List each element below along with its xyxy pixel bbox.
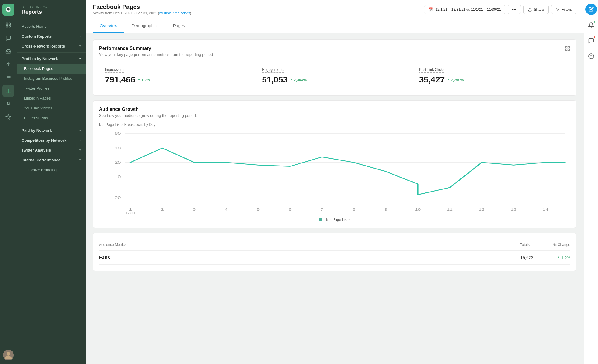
card-header: Performance Summary View your key page p… <box>99 46 570 57</box>
svg-rect-1 <box>9 23 11 25</box>
nav-icon-messages[interactable] <box>2 32 14 44</box>
svg-marker-20 <box>556 8 559 11</box>
page-subtitle: Activity from Dec 1, 2021 - Dec 31, 2021… <box>93 11 191 15</box>
filter-icon <box>556 7 560 12</box>
metric-label-post-link-clicks[interactable]: Post Link Clicks <box>419 68 445 73</box>
svg-text:14: 14 <box>543 208 548 212</box>
svg-text:5: 5 <box>257 208 260 212</box>
table-col-metric: Audience Metrics <box>99 243 126 247</box>
metric-label-engagements[interactable]: Engagements <box>262 68 284 73</box>
svg-text:2: 2 <box>161 208 164 212</box>
grid-view-icon[interactable] <box>565 46 570 52</box>
filters-button[interactable]: Filters <box>551 5 576 14</box>
help-button[interactable] <box>586 51 597 62</box>
table-row-fans: Fans 15,623 1.2% <box>99 251 570 265</box>
main-content: Facebook Pages Activity from Dec 1, 2021… <box>86 0 584 364</box>
feedback-badge <box>593 36 596 39</box>
help-icon <box>588 53 594 59</box>
svg-text:12: 12 <box>479 208 484 212</box>
sidebar-item-profiles-by-network[interactable]: Profiles by Network ▾ <box>17 54 86 64</box>
nav-icon-tasks[interactable] <box>2 72 14 84</box>
audience-growth-card: Audience Growth See how your audience gr… <box>93 100 576 228</box>
sidebar-header: Sprout Coffee Co. Reports <box>17 0 86 20</box>
metric-value-post-link-clicks: 35,427 2,750% <box>419 75 564 85</box>
row-label-fans: Fans <box>99 255 110 260</box>
page-header: Facebook Pages Activity from Dec 1, 2021… <box>86 0 584 19</box>
svg-text:40: 40 <box>115 146 121 150</box>
card-title: Performance Summary <box>99 46 213 51</box>
audience-growth-title-block: Audience Growth See how your audience gr… <box>99 107 197 118</box>
row-change-fans: 1.2% <box>557 256 570 260</box>
nav-icon-reviews[interactable] <box>2 111 14 123</box>
sidebar-item-pinterest-pins[interactable]: Pinterest Pins <box>17 113 86 123</box>
date-range-button[interactable]: 📅 12/1/21 – 12/31/21 vs 11/1/21 – 11/30/… <box>424 5 505 14</box>
metric-post-link-clicks: Post Link Clicks 35,427 2,750% <box>413 62 570 89</box>
sidebar-title: Reports <box>22 9 81 15</box>
notifications-button[interactable] <box>586 20 597 30</box>
sidebar-item-linkedin-pages[interactable]: LinkedIn Pages <box>17 93 86 103</box>
sidebar-item-twitter-profiles[interactable]: Twitter Profiles <box>17 83 86 93</box>
feedback-button[interactable] <box>586 35 597 46</box>
svg-text:4: 4 <box>225 208 228 212</box>
brand-icon[interactable] <box>2 4 14 16</box>
chart-svg: 60 40 20 0 -20 1 Dec 2 3 4 5 6 7 8 <box>99 130 570 214</box>
tab-bar: Overview Demographics Pages <box>86 19 584 33</box>
chat-icon <box>588 38 594 44</box>
nav-icon-analytics[interactable] <box>2 85 14 97</box>
sidebar-divider <box>17 52 86 53</box>
svg-rect-0 <box>6 23 8 25</box>
svg-rect-21 <box>565 46 567 48</box>
sidebar-item-facebook-pages[interactable]: Facebook Pages <box>17 64 86 74</box>
icon-rail <box>0 0 17 364</box>
nav-icon-publish[interactable] <box>2 59 14 71</box>
nav-icon-inbox[interactable] <box>2 45 14 57</box>
metric-engagements: Engagements 51,053 2,364% <box>256 62 413 89</box>
audience-growth-title: Audience Growth <box>99 107 197 112</box>
table-col-totals: Totals <box>520 243 530 247</box>
table-header: Audience Metrics Totals % Change <box>99 239 570 251</box>
tab-pages[interactable]: Pages <box>166 19 192 33</box>
share-button[interactable]: Share <box>523 5 549 14</box>
metric-value-engagements: 51,053 2,364% <box>262 75 407 85</box>
chevron-down-icon: ▾ <box>79 45 81 48</box>
tab-demographics[interactable]: Demographics <box>124 19 166 33</box>
nav-icon-automation[interactable] <box>2 98 14 110</box>
compose-button[interactable] <box>585 4 597 15</box>
header-left: Facebook Pages Activity from Dec 1, 2021… <box>93 4 191 15</box>
sidebar-item-cross-network-reports[interactable]: Cross-Network Reports ▾ <box>17 41 86 51</box>
sidebar-item-youtube-videos[interactable]: YouTube Videos <box>17 103 86 113</box>
more-options-button[interactable]: ••• <box>508 5 521 14</box>
sidebar-divider <box>17 124 86 124</box>
card-subtitle: View your key page performance metrics f… <box>99 52 213 57</box>
user-avatar[interactable] <box>3 350 14 360</box>
sidebar-item-twitter-analysis[interactable]: Twitter Analysis ▾ <box>17 145 86 155</box>
metric-change-engagements: 2,364% <box>290 78 307 82</box>
bell-icon <box>588 22 594 28</box>
sidebar-item-customize-branding[interactable]: Customize Branding <box>17 165 86 175</box>
sidebar-item-reports-home[interactable]: Reports Home <box>17 22 86 31</box>
svg-text:7: 7 <box>321 208 324 212</box>
metrics-grid: Impressions 791,466 1.2% Engagements 51,… <box>99 62 570 89</box>
table-col-right: Totals % Change <box>520 243 570 247</box>
svg-text:11: 11 <box>447 208 453 212</box>
right-rail <box>584 0 598 364</box>
tab-overview[interactable]: Overview <box>93 19 124 33</box>
sidebar-item-internal-performance[interactable]: Internal Performance ▾ <box>17 155 86 165</box>
sidebar-item-instagram-business-profiles[interactable]: Instagram Business Profiles <box>17 74 86 83</box>
metric-label-impressions[interactable]: Impressions <box>105 68 124 73</box>
sidebar-item-competitors-by-network[interactable]: Competitors by Network ▾ <box>17 135 86 145</box>
svg-point-18 <box>7 352 10 356</box>
sidebar-item-paid-by-network[interactable]: Paid by Network ▾ <box>17 126 86 135</box>
calendar-icon: 📅 <box>428 7 433 12</box>
svg-rect-3 <box>9 26 11 27</box>
metric-change-post-link-clicks: 2,750% <box>447 78 464 82</box>
nav-icon-compose[interactable] <box>2 19 14 31</box>
sidebar-item-custom-reports[interactable]: Custom Reports ▾ <box>17 31 86 41</box>
svg-rect-24 <box>568 49 570 51</box>
svg-rect-22 <box>568 46 570 48</box>
chevron-down-icon: ▾ <box>79 158 81 162</box>
timezone-link[interactable]: multiple time zones <box>159 11 190 15</box>
chevron-down-icon: ▾ <box>79 57 81 60</box>
date-range-text: 12/1/21 – 12/31/21 vs 11/1/21 – 11/30/21 <box>435 7 501 12</box>
more-icon: ••• <box>512 7 516 12</box>
